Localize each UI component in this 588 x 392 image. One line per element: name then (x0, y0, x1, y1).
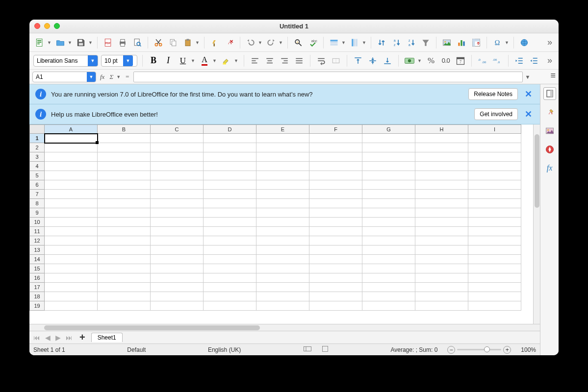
align-right-button[interactable] (279, 54, 290, 67)
font-size-input[interactable] (102, 57, 123, 64)
close-notice-button[interactable]: ✕ (523, 89, 534, 99)
increase-indent-button[interactable] (513, 54, 525, 67)
first-sheet-button[interactable]: ⏮ (32, 334, 41, 342)
cell[interactable] (98, 264, 151, 273)
cell[interactable] (151, 190, 204, 199)
zoom-track[interactable] (457, 349, 501, 350)
formula-button[interactable]: = (124, 73, 130, 81)
insert-chart-button[interactable] (455, 36, 468, 49)
cell[interactable] (309, 190, 362, 199)
cell[interactable] (151, 301, 204, 311)
cell[interactable] (362, 236, 415, 245)
cell[interactable] (362, 190, 415, 199)
cell[interactable] (45, 190, 98, 199)
cell[interactable] (151, 292, 204, 301)
zoom-out-button[interactable]: − (447, 346, 455, 354)
font-name-input[interactable] (34, 57, 88, 64)
cell[interactable] (98, 208, 151, 218)
column-operations-button[interactable] (348, 36, 361, 49)
row-header[interactable]: 4 (30, 162, 45, 171)
currency-dropdown[interactable]: ▼ (417, 58, 421, 63)
row-header[interactable]: 17 (30, 283, 45, 292)
cell[interactable] (45, 255, 98, 264)
cell[interactable] (468, 245, 521, 255)
cell[interactable] (309, 236, 362, 245)
cell[interactable] (415, 283, 468, 292)
cell[interactable] (309, 208, 362, 218)
italic-button[interactable]: I (162, 54, 174, 67)
cell[interactable] (256, 199, 309, 208)
cell[interactable] (362, 292, 415, 301)
cell[interactable] (415, 152, 468, 162)
cell[interactable] (98, 255, 151, 264)
cell[interactable] (151, 273, 204, 283)
sheet-tab[interactable]: Sheet1 (91, 333, 123, 342)
pivot-table-button[interactable] (470, 36, 483, 49)
cell[interactable] (309, 264, 362, 273)
cell[interactable] (204, 255, 256, 264)
font-color-button[interactable]: A (199, 54, 210, 67)
cell[interactable] (468, 273, 521, 283)
row-header[interactable]: 13 (30, 245, 45, 255)
cell[interactable] (362, 134, 415, 143)
export-pdf-button[interactable]: PDF (102, 36, 114, 49)
cell[interactable] (204, 227, 256, 236)
column-header[interactable]: A (45, 125, 98, 134)
functions-panel-button[interactable]: fx (543, 162, 556, 174)
cell[interactable] (362, 255, 415, 264)
column-header[interactable]: F (309, 125, 362, 134)
cell[interactable] (151, 236, 204, 245)
sort-ascending-button[interactable]: az (390, 36, 403, 49)
cell[interactable] (309, 301, 362, 311)
column-header[interactable]: E (256, 125, 309, 134)
cell[interactable] (468, 199, 521, 208)
font-size-dropdown[interactable]: ▼ (123, 55, 133, 66)
cell[interactable] (256, 245, 309, 255)
row-header[interactable]: 9 (30, 208, 45, 218)
cell[interactable] (468, 255, 521, 264)
cell[interactable] (362, 218, 415, 227)
cell[interactable] (362, 273, 415, 283)
cell[interactable] (309, 180, 362, 190)
formula-expand-button[interactable]: ▼ (525, 74, 529, 80)
cell[interactable] (204, 162, 256, 171)
cell[interactable] (256, 218, 309, 227)
cell[interactable] (256, 171, 309, 180)
cell[interactable] (151, 199, 204, 208)
cell[interactable] (256, 273, 309, 283)
merge-cells-button[interactable] (330, 54, 342, 67)
cell[interactable] (256, 301, 309, 311)
row-header[interactable]: 11 (30, 227, 45, 236)
cell[interactable] (415, 171, 468, 180)
cell[interactable] (45, 283, 98, 292)
sidebar-menu-button[interactable]: ≡ (550, 71, 556, 81)
valign-bottom-button[interactable] (382, 54, 393, 67)
cell[interactable] (45, 292, 98, 301)
horizontal-scrollbar[interactable] (29, 324, 540, 331)
cell[interactable] (204, 180, 256, 190)
cell[interactable] (98, 199, 151, 208)
cell[interactable] (151, 171, 204, 180)
cell[interactable] (256, 152, 309, 162)
cell[interactable] (151, 245, 204, 255)
vertical-scrollbar[interactable] (533, 124, 540, 324)
row-header[interactable]: 5 (30, 171, 45, 180)
cell[interactable] (415, 236, 468, 245)
save-button[interactable] (75, 36, 87, 49)
cell[interactable] (151, 180, 204, 190)
cell[interactable] (204, 236, 256, 245)
font-color-dropdown[interactable]: ▼ (212, 58, 216, 63)
cell[interactable] (468, 218, 521, 227)
cell[interactable] (468, 134, 521, 143)
close-notice-button[interactable]: ✕ (523, 109, 534, 120)
cell[interactable] (151, 218, 204, 227)
clear-formatting-button[interactable]: A (223, 36, 236, 49)
open-dropdown[interactable]: ▼ (68, 40, 72, 45)
row-header[interactable]: 15 (30, 264, 45, 273)
font-size-combo[interactable]: ▼ (101, 55, 137, 67)
close-window-button[interactable] (34, 23, 40, 29)
cell[interactable] (309, 143, 362, 152)
language-label[interactable]: English (UK) (208, 346, 241, 353)
cell[interactable] (98, 143, 151, 152)
cell[interactable] (204, 152, 256, 162)
